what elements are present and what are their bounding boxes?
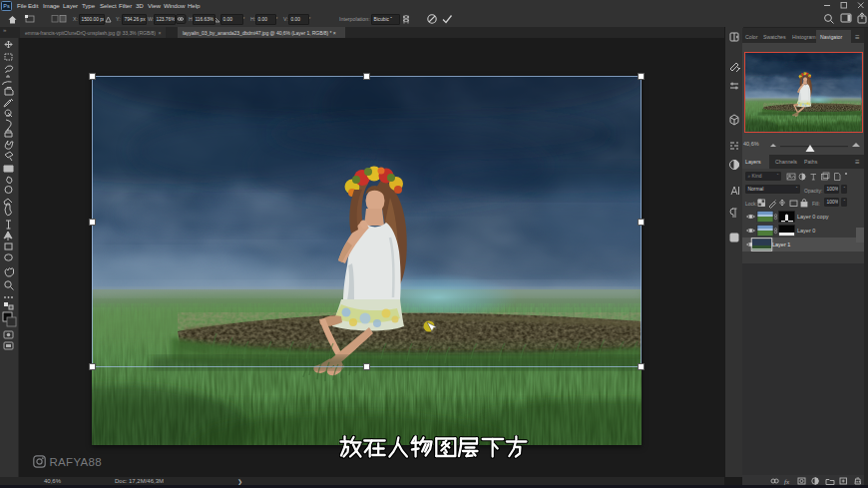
svg-text:fx: fx <box>784 478 790 486</box>
